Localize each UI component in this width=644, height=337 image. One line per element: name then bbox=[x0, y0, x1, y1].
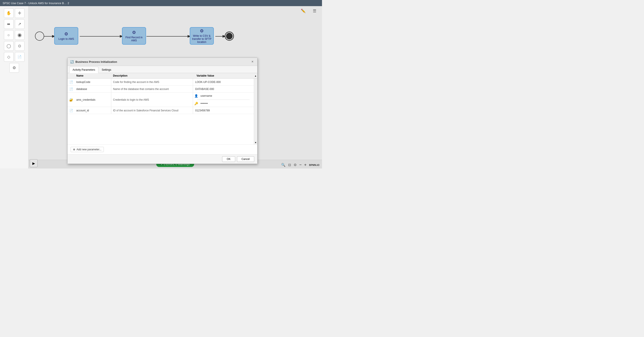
move-tool-button[interactable]: ⬌ bbox=[4, 19, 14, 29]
diamond-button[interactable]: ◇ bbox=[4, 52, 14, 62]
modal-close-button[interactable]: × bbox=[250, 60, 255, 64]
cancel-button[interactable]: Cancel bbox=[237, 156, 254, 162]
table-row-credentials: 🔐 ams_credentials Credentials to login t… bbox=[68, 93, 254, 107]
titlebar-title: SFSC Use Case 7 - Unlock AMS for Insuran… bbox=[2, 2, 69, 5]
database-value[interactable] bbox=[193, 86, 254, 92]
lookup-code-input[interactable] bbox=[194, 80, 252, 84]
account-id-value[interactable] bbox=[193, 107, 254, 114]
col-header-value: Variable Value bbox=[195, 74, 254, 77]
add-param-icon: ⊕ bbox=[73, 148, 75, 151]
credentials-icon: 🔐 bbox=[68, 98, 74, 102]
modal-header: 🔄 Business Process Initialization × bbox=[68, 58, 257, 66]
table-header: Name Description Variable Value ▲ bbox=[68, 73, 257, 79]
table-row-database: 📄 database Name of the database that con… bbox=[68, 86, 254, 93]
titlebar: SFSC Use Case 7 - Unlock AMS for Insuran… bbox=[0, 0, 322, 6]
table-scrollbar: ▼ bbox=[254, 79, 257, 145]
scroll-up-arrow[interactable]: ▲ bbox=[254, 75, 257, 77]
tab-activity-parameters[interactable]: Activity Parameters bbox=[69, 67, 98, 73]
col-header-name: Name bbox=[68, 74, 111, 77]
database-desc: Name of the database that contains the a… bbox=[111, 86, 193, 92]
circle-empty-button[interactable]: ○ bbox=[4, 30, 14, 40]
table-body-container: 📄 lookupCode Code for finding the accoun… bbox=[68, 79, 257, 145]
account-id-input[interactable] bbox=[194, 109, 252, 113]
circle-double-button[interactable]: ⊙ bbox=[15, 41, 24, 51]
modal-dialog: 🔄 Business Process Initialization × Acti… bbox=[67, 58, 258, 164]
database-name: database bbox=[74, 86, 111, 92]
flow-canvas: ✏️ ☰ bbox=[28, 6, 322, 169]
circle-outline-button[interactable]: ◯ bbox=[4, 41, 14, 51]
credentials-name: ams_credentials bbox=[74, 93, 111, 107]
lookup-code-value[interactable] bbox=[193, 79, 254, 85]
hand-tool-button[interactable]: ✋ bbox=[4, 8, 14, 18]
circle-filled-button[interactable]: ◉ bbox=[15, 30, 24, 40]
password-input[interactable] bbox=[200, 102, 252, 106]
key-icon: 🔑 bbox=[194, 102, 199, 105]
settings-button[interactable]: ⚙ bbox=[10, 63, 19, 73]
modal-icon: 🔄 bbox=[70, 60, 74, 64]
add-parameter-section: ⊕ Add new parameter... bbox=[68, 145, 257, 154]
arrow-tool-button[interactable]: ↗ bbox=[15, 19, 24, 29]
username-input[interactable] bbox=[200, 94, 252, 98]
table-row-lookup-code: 📄 lookupCode Code for finding the accoun… bbox=[68, 79, 254, 86]
add-parameter-button[interactable]: ⊕ Add new parameter... bbox=[70, 147, 104, 152]
account-id-name: account_id bbox=[74, 107, 111, 114]
account-id-icon: 📄 bbox=[68, 107, 74, 114]
lookup-code-name: lookupCode bbox=[74, 79, 111, 85]
lookup-code-icon: 📄 bbox=[68, 79, 74, 85]
database-icon: 📄 bbox=[68, 86, 74, 92]
modal-overlay: 🔄 Business Process Initialization × Acti… bbox=[28, 6, 322, 169]
lookup-code-desc: Code for finding the account in the AMS bbox=[111, 79, 193, 85]
add-param-label: Add new parameter... bbox=[76, 148, 102, 151]
document-button[interactable]: 📄 bbox=[15, 52, 24, 62]
left-toolbar: ✋ ✛ ⬌ ↗ ○ ◉ ◯ ⊙ ◇ 📄 ⚙ bbox=[0, 6, 28, 169]
canvas-area: ✋ ✛ ⬌ ↗ ○ ◉ ◯ ⊙ ◇ 📄 ⚙ ✏️ ☰ bbox=[0, 6, 322, 169]
modal-title: 🔄 Business Process Initialization bbox=[70, 60, 117, 64]
modal-footer: OK Cancel bbox=[68, 154, 257, 164]
database-input[interactable] bbox=[194, 87, 252, 91]
tab-settings[interactable]: Settings bbox=[98, 67, 114, 73]
ok-button[interactable]: OK bbox=[222, 156, 235, 162]
password-row: 🔑 bbox=[194, 101, 252, 106]
account-id-desc: ID of the account in Salesforce Financia… bbox=[111, 107, 193, 114]
modal-title-text: Business Process Initialization bbox=[76, 60, 117, 64]
credentials-value: 👤 🔑 bbox=[193, 93, 254, 107]
user-icon: 👤 bbox=[194, 94, 199, 98]
select-tool-button[interactable]: ✛ bbox=[15, 8, 24, 18]
table-row-account-id: 📄 account_id ID of the account in Salesf… bbox=[68, 107, 254, 114]
scroll-down-arrow[interactable]: ▼ bbox=[255, 141, 257, 144]
credential-divider bbox=[197, 100, 250, 100]
credentials-desc: Credentials to login to the AMS bbox=[111, 93, 193, 107]
table-empty-space bbox=[68, 114, 254, 145]
username-row: 👤 bbox=[194, 93, 252, 98]
col-header-description: Description bbox=[111, 74, 195, 77]
table-body: 📄 lookupCode Code for finding the accoun… bbox=[68, 79, 254, 145]
modal-tabs: Activity Parameters Settings bbox=[68, 66, 257, 73]
